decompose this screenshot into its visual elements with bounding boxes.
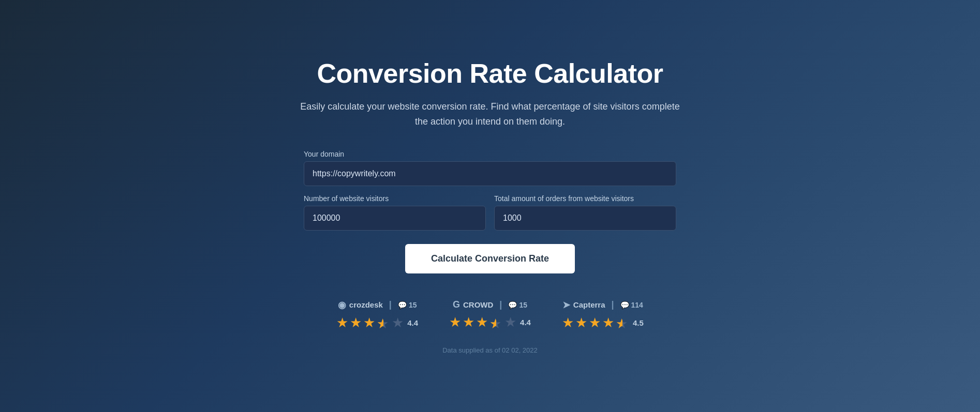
data-supplied-text: Data supplied as of 02 02, 2022 [442,346,538,354]
capterra-logo: ➤ Capterra [562,299,605,311]
domain-input[interactable] [304,161,676,186]
rating-g2crowd: G CROWD | 💬 15 ★ ★ ★ ★ ★ ★ 4.4 [449,299,531,330]
capterra-name: Capterra [573,300,605,309]
comment-icon-3: 💬 [620,301,629,309]
page-title: Conversion Rate Calculator [317,58,663,89]
half-star-icon-2: ★ ★ [489,316,503,329]
domain-field-group: Your domain [304,150,676,186]
crozdesk-name: crozdesk [349,300,383,309]
g2crowd-name: CROWD [463,300,493,309]
capterra-stars: ★ ★ ★ ★ ★ ★ 4.5 [562,315,644,331]
g2crowd-stars: ★ ★ ★ ★ ★ ★ 4.4 [449,314,531,330]
main-container: Conversion Rate Calculator Easily calcul… [257,37,723,375]
two-col-row: Number of website visitors Total amount … [304,194,676,231]
comment-icon: 💬 [398,301,407,309]
domain-label: Your domain [304,150,676,158]
capterra-review-count: 💬 114 [620,301,643,309]
orders-label: Total amount of orders from website visi… [494,194,676,203]
comment-icon-2: 💬 [508,301,517,309]
capterra-icon: ➤ [562,299,570,311]
ratings-section: ◉ crozdesk | 💬 15 ★ ★ ★ ★ ★ ★ 4.4 [336,299,644,331]
calculate-button[interactable]: Calculate Conversion Rate [405,244,575,273]
visitors-input[interactable] [304,206,486,231]
crozdesk-icon: ◉ [338,299,346,311]
g2crowd-logo: G CROWD [453,299,493,310]
crozdesk-logo: ◉ crozdesk [338,299,383,311]
form-section: Your domain Number of website visitors T… [304,150,676,273]
g2crowd-review-count: 💬 15 [508,301,527,309]
g2crowd-icon: G [453,299,460,310]
half-star-icon-3: ★ ★ [616,316,629,329]
visitors-field-group: Number of website visitors [304,194,486,231]
half-star-icon: ★ ★ [377,316,390,329]
orders-input[interactable] [494,206,676,231]
page-subtitle: Easily calculate your website conversion… [293,99,687,129]
orders-field-group: Total amount of orders from website visi… [494,194,676,231]
rating-crozdesk: ◉ crozdesk | 💬 15 ★ ★ ★ ★ ★ ★ 4.4 [336,299,418,331]
rating-capterra: ➤ Capterra | 💬 114 ★ ★ ★ ★ ★ ★ 4.5 [562,299,644,331]
crozdesk-review-count: 💬 15 [398,301,417,309]
visitors-label: Number of website visitors [304,194,486,203]
crozdesk-stars: ★ ★ ★ ★ ★ ★ 4.4 [336,315,418,331]
